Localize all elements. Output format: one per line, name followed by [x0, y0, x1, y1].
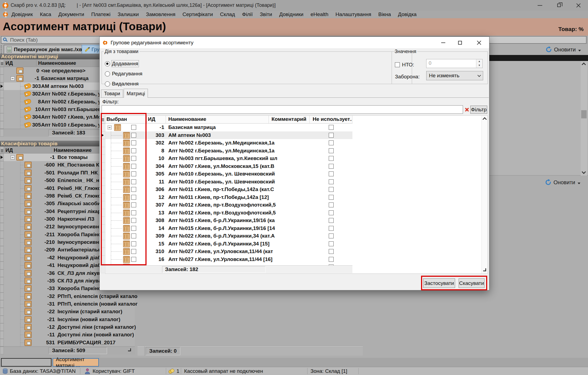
radio-option[interactable]: Редагування [105, 70, 142, 77]
row-select-checkbox[interactable] [131, 218, 136, 223]
dialog-title-bar[interactable]: Групове редагування асортименту [100, 37, 489, 49]
scroll-up-icon[interactable] [483, 117, 487, 122]
not-used-checkbox[interactable] [329, 125, 334, 130]
menu-item[interactable]: Платежі [88, 11, 114, 17]
filter-button[interactable]: Фільтр [470, 106, 487, 114]
menu-item[interactable]: Документи [55, 11, 88, 17]
column-selected[interactable]: Выбран [105, 116, 147, 123]
ban-select[interactable]: Не изменять [426, 71, 483, 80]
row-select-checkbox[interactable] [131, 210, 136, 215]
spinner-arrows[interactable]: ▲▼ [476, 59, 482, 68]
not-used-checkbox[interactable] [329, 156, 334, 161]
refresh-button-top[interactable]: Оновити [546, 46, 581, 53]
row-select-checkbox[interactable] [131, 249, 136, 254]
row-select-checkbox[interactable] [131, 241, 136, 246]
table-row[interactable]: 308 Апт №015 г.Киев, б-р.Л.Украинки,19/1… [101, 217, 352, 225]
not-used-checkbox[interactable] [329, 187, 334, 192]
not-used-checkbox[interactable] [329, 171, 334, 176]
not-used-checkbox[interactable] [329, 233, 334, 238]
column-not-used[interactable]: Не использует… [310, 116, 352, 123]
cancel-button[interactable]: Скасувати [459, 278, 485, 288]
column-id[interactable]: ИД [5, 147, 13, 153]
tree-row[interactable]: -22 Інсуліни (старий каталог) [0, 308, 135, 315]
table-row[interactable]: 305 Апт №010 г.Березань, ул. Шевченковск… [101, 170, 352, 178]
table-row[interactable]: 10 Апт №003 пгт.Барышевка, ул.Киевский ш… [101, 155, 352, 162]
row-select-checkbox[interactable] [131, 125, 136, 130]
row-select-checkbox[interactable] [131, 257, 136, 262]
tree-row[interactable]: 531 РЕИМБУРСАЦИЯ_2017 [0, 339, 135, 346]
tree-row[interactable]: -32 РПтП, епілепсія (старий катало [0, 293, 135, 300]
table-row[interactable]: 306 Апт №011 г.Киев, пр-т.Победы,142а (к… [101, 186, 352, 193]
tree-row[interactable]: -31 РПтП, епілепсія (новий каталог [0, 300, 135, 308]
filter-clear-icon[interactable] [465, 107, 469, 112]
table-row[interactable]: 309 Апт №022 г.Киев, б-р.Л.Украинки,34 (… [101, 232, 352, 240]
tree-row[interactable]: -21 Інсуліни (новий каталог) [0, 316, 135, 323]
row-select-checkbox[interactable] [131, 164, 136, 169]
table-row[interactable]: 8 Апт №002 г.Березань, ул.Медицинская,1а [101, 147, 352, 155]
restore-button[interactable] [553, 0, 565, 11]
table-row[interactable]: 13 Апт №012 г.Киев, пр-т.Воздухофлотский… [101, 209, 352, 217]
recalc-days-button[interactable]: Перерахунок днів макс./хв. [4, 45, 87, 54]
not-used-checkbox[interactable] [329, 133, 334, 138]
tree-expander[interactable] [11, 76, 15, 81]
filter-input[interactable] [102, 105, 463, 114]
table-row[interactable]: 14 Апт №015 г.Киев, б-р.Л.Украинки,19/16… [101, 225, 352, 232]
column-comment[interactable]: Комментарий [269, 116, 310, 123]
tab-home[interactable] [1, 358, 51, 367]
menu-item[interactable]: Звіти [256, 11, 276, 17]
menu-item[interactable]: Замовлення [142, 11, 179, 17]
table-row[interactable]: 310 Апт №027 г.Киев, ул.Урловская,11/44 … [101, 248, 352, 256]
table-vertical-scrollbar[interactable] [482, 116, 488, 273]
menu-item[interactable]: Філії [239, 11, 256, 17]
row-select-checkbox[interactable] [131, 202, 136, 207]
table-row[interactable]: 15 Апт №022 г.Киев, б-р.Л.Украинки,34 [1… [101, 240, 352, 248]
tab-assortment-matrix[interactable]: Асортимент матриці ... [53, 358, 99, 367]
row-select-checkbox[interactable] [131, 233, 136, 238]
not-used-checkbox[interactable] [329, 218, 334, 223]
not-used-checkbox[interactable] [329, 257, 334, 262]
not-used-checkbox[interactable] [329, 195, 334, 200]
menu-item[interactable]: Вікна [375, 11, 394, 17]
not-used-checkbox[interactable] [329, 249, 334, 254]
tree-expander[interactable] [108, 125, 112, 130]
menu-item[interactable]: eHealth [307, 11, 332, 17]
refresh-button-bottom[interactable]: Оновити [545, 179, 580, 186]
menu-item[interactable]: Налаштування [332, 11, 375, 17]
not-used-checkbox[interactable] [329, 202, 334, 207]
refresh-dropdown-caret[interactable] [578, 50, 581, 51]
not-used-checkbox[interactable] [329, 148, 334, 153]
dialog-close-button[interactable] [472, 37, 486, 49]
column-separator[interactable] [52, 147, 52, 152]
scroll-down-icon[interactable] [582, 170, 586, 174]
table-row[interactable]: 16 Апт №027 г.Киев, ул.Урловская,11/44 [… [101, 256, 352, 263]
refresh-dropdown-caret[interactable] [578, 183, 580, 184]
table-row[interactable]: 302 Апт №002 г.Березань, ул.Медицинская,… [101, 139, 352, 147]
toolbar-grip[interactable] [1, 45, 2, 54]
column-id[interactable]: ИД [147, 116, 166, 123]
table-row[interactable] [101, 263, 352, 265]
nto-checkbox[interactable] [395, 62, 400, 67]
radio-option[interactable]: Видалення [105, 81, 139, 87]
radio-option[interactable]: Додавання [105, 60, 138, 67]
radio-icon[interactable] [105, 61, 110, 66]
dialog-maximize-button[interactable] [453, 37, 467, 49]
dialog-tab[interactable]: Товари [101, 90, 123, 97]
row-select-checkbox[interactable] [131, 156, 136, 161]
not-used-checkbox[interactable] [329, 164, 334, 169]
not-used-checkbox[interactable] [329, 210, 334, 215]
row-select-checkbox[interactable] [131, 179, 136, 184]
row-select-checkbox[interactable] [131, 133, 136, 138]
not-used-checkbox[interactable] [329, 241, 334, 246]
menu-item[interactable]: Сертифікати [179, 11, 217, 17]
dialog-tab[interactable]: Матриці [124, 89, 148, 98]
column-name[interactable]: Наименование [166, 116, 269, 123]
menu-item[interactable]: Довідник [8, 11, 36, 17]
column-name[interactable]: Наименование [38, 60, 76, 66]
row-select-checkbox[interactable] [131, 195, 136, 200]
tree-row[interactable]: -12 Доступні ліки (старий каталог) [0, 323, 135, 331]
table-row[interactable]: -1 Базисная матрица [101, 124, 352, 131]
row-select-checkbox[interactable] [131, 171, 136, 176]
not-used-checkbox[interactable] [329, 179, 334, 184]
row-select-checkbox[interactable] [131, 140, 136, 145]
nto-spinner[interactable]: 0 ▲▼ [426, 59, 483, 68]
